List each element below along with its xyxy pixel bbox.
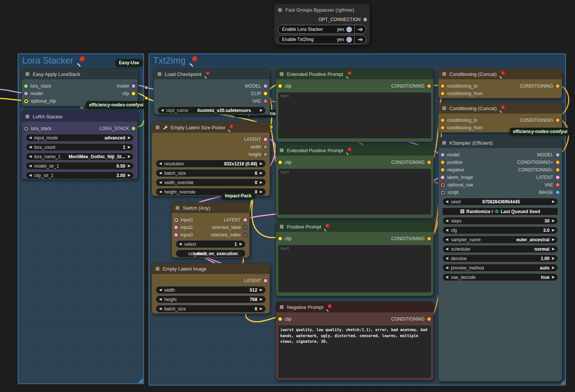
port-conditioning-plus-out[interactable]	[556, 160, 560, 164]
port-conditioning-out[interactable]	[427, 160, 431, 164]
port-conditioning-minus-out[interactable]	[556, 168, 560, 172]
increment-arrow-icon[interactable]: ▶	[260, 181, 262, 184]
node-extended-positive-prompt-2[interactable]: Extended Positive Prompt clip CONDITIONI…	[276, 145, 434, 218]
widget-input-mode[interactable]: ◀ input_mode advanced ▶	[26, 134, 134, 142]
reroute-dot[interactable]	[145, 86, 148, 89]
port-selected-index-out[interactable]	[243, 233, 247, 237]
node-extended-positive-prompt-1[interactable]: Extended Positive Prompt clip CONDITIONI…	[276, 68, 434, 142]
node-header[interactable]: Extended Positive Prompt	[276, 145, 433, 156]
port-width-out[interactable]	[264, 145, 267, 149]
increment-arrow-icon[interactable]: ▶	[128, 164, 130, 168]
prompt-textarea[interactable]: text	[278, 245, 431, 292]
node-empty-latent-image[interactable]: Empty Latent Image LATENT ◀ width 512 ▶ …	[152, 263, 270, 314]
increment-arrow-icon[interactable]: ▶	[260, 288, 262, 292]
increment-arrow-icon[interactable]: ▶	[128, 136, 130, 139]
port-script-in[interactable]	[441, 191, 445, 195]
widget-steps[interactable]: ◀ steps 30 ▶	[442, 217, 558, 225]
decrement-arrow-icon[interactable]: ◀	[446, 200, 448, 203]
decrement-arrow-icon[interactable]: ◀	[29, 155, 32, 158]
widget-height[interactable]: ◀ height 768 ▶	[156, 295, 266, 303]
decrement-arrow-icon[interactable]: ◀	[159, 171, 162, 175]
collapse-icon[interactable]	[280, 225, 284, 229]
collapse-icon[interactable]	[176, 206, 179, 210]
decrement-arrow-icon[interactable]: ◀	[159, 288, 162, 292]
collapse-icon[interactable]	[158, 72, 161, 76]
port-model-out[interactable]	[264, 84, 267, 88]
node-header[interactable]: Easy Apply LoraStack	[22, 69, 138, 79]
widget-scheduler[interactable]: ◀ scheduler normal ▶	[442, 245, 558, 253]
collapse-icon[interactable]	[442, 106, 446, 110]
node-header[interactable]: Switch (Any)	[172, 203, 249, 213]
widget-batch-size[interactable]: ◀ batch_size 6 ▶	[156, 169, 266, 177]
increment-arrow-icon[interactable]: ▶	[552, 219, 555, 222]
randomize-seed-button[interactable]: ⚄ Randomize / ♻ Last Queued Seed	[442, 207, 558, 215]
node-header[interactable]: Empty Latent Image	[152, 263, 270, 274]
node-empty-latent-size-picker[interactable]: Empty Latent Size Picker LATENT width he…	[152, 122, 270, 196]
node-header[interactable]: Positive Prompt	[276, 221, 433, 232]
decrement-arrow-icon[interactable]: ◀	[446, 229, 448, 232]
node-header[interactable]: Fast Groups Bypasser (rgthree)	[274, 4, 370, 15]
increment-arrow-icon[interactable]: ▶	[552, 247, 555, 251]
port-positive-in[interactable]	[441, 160, 445, 164]
collapse-icon[interactable]	[156, 126, 159, 129]
port-model-out[interactable]	[556, 153, 560, 157]
port-clip-out[interactable]	[264, 92, 267, 95]
decrement-arrow-icon[interactable]: ◀	[29, 164, 32, 168]
node-header[interactable]: LoRA Stacker	[22, 111, 138, 122]
opt-connection-port[interactable]	[363, 18, 367, 21]
increment-arrow-icon[interactable]: ▶	[260, 171, 262, 175]
port-optional-vae-in[interactable]	[441, 183, 445, 187]
toggle-knob[interactable]	[346, 37, 352, 42]
decrement-arrow-icon[interactable]: ◀	[446, 238, 448, 241]
port-negative-in[interactable]	[441, 168, 445, 172]
widget-seed[interactable]: ◀ seed 870828436954445 ▶	[442, 198, 558, 206]
node-header[interactable]: Conditioning (Concat)	[438, 69, 562, 79]
node-load-checkpoint[interactable]: Load Checkpoint MODEL CLIP VAE ◀ ckpt_na…	[153, 68, 270, 115]
port-model-in[interactable]	[24, 92, 28, 95]
node-header[interactable]: Negative Prompt	[276, 302, 433, 312]
port-conditioning-out[interactable]	[427, 84, 431, 88]
widget-width[interactable]: ◀ width 512 ▶	[156, 286, 266, 294]
decrement-arrow-icon[interactable]: ◀	[29, 136, 32, 139]
collapse-icon[interactable]	[280, 305, 284, 309]
collapse-icon[interactable]	[26, 72, 29, 76]
widget-lora-name-1[interactable]: ◀ lora_name_1 MoriiMee_Gothic_Niji_St...…	[26, 153, 134, 160]
increment-arrow-icon[interactable]: ▶	[552, 238, 555, 241]
widget-batch-size[interactable]: ◀ batch_size 6 ▶	[156, 305, 266, 313]
increment-arrow-icon[interactable]: ▶	[552, 266, 555, 269]
widget-select[interactable]: ◀ select 1 ▶	[176, 240, 246, 248]
port-clip-in[interactable]	[278, 237, 282, 241]
port-latent-out[interactable]	[264, 279, 267, 283]
increment-arrow-icon[interactable]: ▶	[260, 109, 262, 112]
increment-arrow-icon[interactable]: ▶	[552, 257, 555, 260]
increment-arrow-icon[interactable]: ▶	[260, 307, 262, 310]
prompt-textarea[interactable]: text	[278, 169, 431, 215]
decrement-arrow-icon[interactable]: ◀	[161, 109, 164, 112]
increment-arrow-icon[interactable]: ▶	[260, 162, 262, 165]
widget-denoise[interactable]: ◀ denoise 1.00 ▶	[442, 254, 558, 262]
port-clip-in[interactable]	[278, 84, 282, 88]
collapse-icon[interactable]	[156, 267, 159, 271]
decrement-arrow-icon[interactable]: ◀	[446, 247, 448, 251]
node-header[interactable]: Extended Positive Prompt	[276, 69, 433, 79]
port-vae-out[interactable]	[556, 183, 560, 187]
increment-arrow-icon[interactable]: ▶	[552, 275, 555, 279]
port-conditioning-to[interactable]	[441, 84, 445, 88]
collapse-icon[interactable]	[280, 72, 284, 76]
widget-sampler-name[interactable]: ◀ sampler_name euler_ancestral ▶	[442, 236, 558, 244]
widget-cfg[interactable]: ◀ cfg 3.0 ▶	[442, 226, 558, 234]
widget-vae-decode[interactable]: ◀ vae_decode true ▶	[442, 273, 558, 281]
toggle-row-lora-stacker[interactable]: Enable Lora Stacker yes	[278, 25, 366, 34]
decrement-arrow-icon[interactable]: ◀	[159, 162, 162, 165]
node-switch-any[interactable]: Switch (Any) input1 LATENT input2 select…	[171, 202, 250, 258]
increment-arrow-icon[interactable]: ▶	[552, 200, 555, 203]
widget-model-str-1[interactable]: ◀ model_str_1 0.50 ▶	[26, 162, 134, 170]
toggle-knob[interactable]	[346, 27, 352, 32]
node-header[interactable]: KSampler (Efficient)	[438, 138, 562, 148]
increment-arrow-icon[interactable]: ▶	[240, 242, 242, 246]
widget-ckpt-name[interactable]: ◀ ckpt_name ilustmix_v20.safetensors ▶	[158, 106, 266, 114]
decrement-arrow-icon[interactable]: ◀	[29, 174, 32, 177]
port-latent-out[interactable]	[264, 138, 267, 141]
port-clip-in[interactable]	[278, 317, 282, 321]
bypass-arrow-icon[interactable]	[354, 25, 366, 33]
